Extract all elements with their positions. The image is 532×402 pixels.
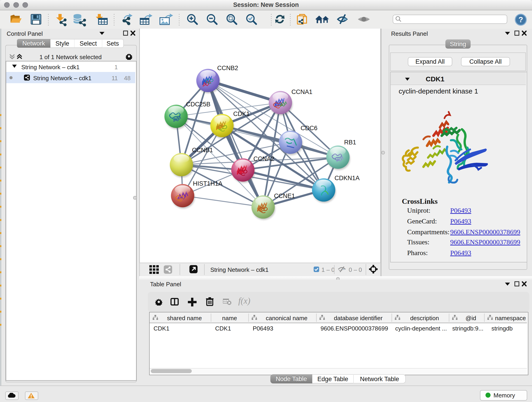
svg-text:RB1: RB1 [344, 139, 356, 146]
svg-text:CCNA1: CCNA1 [291, 89, 312, 95]
svg-text:CDC6: CDC6 [301, 125, 317, 132]
svg-text:CDKN1A: CDKN1A [335, 175, 360, 182]
svg-text:?: ? [519, 15, 523, 24]
svg-text:CDK1: CDK1 [233, 110, 250, 117]
svg-text:CCNA2: CCNA2 [253, 155, 274, 162]
svg-text:HIST1H1A: HIST1H1A [193, 180, 222, 187]
svg-text:CCNB2: CCNB2 [217, 65, 238, 71]
svg-text:CCNB1: CCNB1 [192, 147, 213, 153]
svg-text:CDC25B: CDC25B [186, 101, 210, 108]
svg-text:CCNE1: CCNE1 [274, 192, 295, 199]
